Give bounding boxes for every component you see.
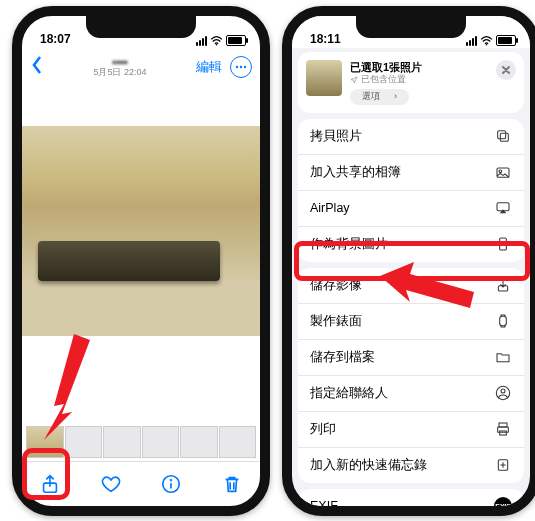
svg-point-12 [499,170,502,173]
location-icon [350,76,358,84]
action-airplay[interactable]: AirPlay [298,190,524,226]
contact-icon [494,384,512,402]
thumbnail[interactable] [103,426,141,458]
action-label: EXIF [310,499,338,513]
battery-icon [496,35,516,46]
action-files[interactable]: 儲存到檔案 [298,339,524,375]
action-quicknote[interactable]: 加入新的快速備忘錄 [298,447,524,483]
sheet-header: 已選取1張照片 已包含位置 選項› [298,52,524,113]
files-icon [494,348,512,366]
thumbnail[interactable] [142,426,180,458]
signal-icon [196,36,207,46]
svg-point-8 [486,43,488,45]
photo-subject [38,241,220,281]
chevron-right-icon: › [388,90,403,104]
header-thumbnail [306,60,342,96]
actions-group-2: 儲存影像製作錶面儲存到檔案指定給聯絡人列印加入新的快速備忘錄 [298,268,524,483]
action-label: 製作錶面 [310,313,362,330]
action-watch-face[interactable]: 製作錶面 [298,303,524,339]
save-image-icon [494,276,512,294]
info-button[interactable] [159,472,183,496]
action-label: 儲存影像 [310,277,362,294]
share-sheet: 已選取1張照片 已包含位置 選項› 拷貝照片加入共享的相簿AirPlay作為背景… [292,52,530,516]
action-contact[interactable]: 指定給聯絡人 [298,375,524,411]
wallpaper-icon [494,235,512,253]
action-shared-album[interactable]: 加入共享的相簿 [298,154,524,190]
action-label: 列印 [310,421,336,438]
action-save-image[interactable]: 儲存影像 [298,268,524,303]
notch [356,16,466,38]
action-label: 儲存到檔案 [310,349,375,366]
actions-group-1: 拷貝照片加入共享的相簿AirPlay作為背景圖片 [298,119,524,262]
notch [86,16,196,38]
svg-rect-9 [500,134,508,142]
thumbnail[interactable] [219,426,257,458]
shared-album-icon [494,163,512,181]
action-exif-app[interactable]: EXIFEXIF [298,489,524,516]
svg-point-1 [236,66,238,68]
share-button[interactable] [38,472,62,496]
favorite-button[interactable] [99,472,123,496]
wifi-icon [210,36,223,46]
svg-point-2 [240,66,242,68]
svg-point-3 [244,66,246,68]
nav-subtitle: 5月5日 22:04 [93,68,146,78]
action-label: 作為背景圖片 [310,236,388,253]
svg-point-0 [216,43,218,45]
copy-icon [494,127,512,145]
quicknote-icon [494,456,512,474]
svg-rect-17 [500,317,507,326]
battery-icon [226,35,246,46]
svg-rect-20 [499,423,507,427]
trash-button[interactable] [220,472,244,496]
actions-group-3: EXIFEXIFCopy to PDF ExpertRun Script [298,489,524,516]
action-label: 加入新的快速備忘錄 [310,457,427,474]
action-wallpaper[interactable]: 作為背景圖片 [298,226,524,262]
clock: 18:11 [310,32,341,46]
phone-right: 18:11 已選取1張照片 已包含位置 選項› [282,6,535,516]
action-label: 加入共享的相簿 [310,164,401,181]
svg-point-7 [171,480,172,481]
svg-point-18 [501,389,505,393]
action-label: AirPlay [310,201,350,215]
svg-marker-14 [500,210,507,214]
signal-icon [466,36,477,46]
clock: 18:07 [40,32,71,46]
airplay-icon [494,199,512,217]
svg-rect-10 [498,131,506,139]
back-button[interactable] [30,55,44,79]
thumbnail[interactable] [26,426,64,458]
options-button[interactable]: 選項› [350,88,516,105]
sheet-title: 已選取1張照片 [350,60,516,74]
nav-title: •••• [93,56,146,68]
action-print[interactable]: 列印 [298,411,524,447]
action-label: 指定給聯絡人 [310,385,388,402]
thumbnail[interactable] [65,426,103,458]
edit-button[interactable]: 編輯 [196,58,222,76]
thumbnail[interactable] [180,426,218,458]
sheet-location: 已包含位置 [350,74,516,86]
thumbnail-strip[interactable] [22,426,260,458]
exif-app-icon: EXIF [494,497,512,515]
nav-bar: •••• 5月5日 22:04 編輯 [22,48,260,86]
print-icon [494,420,512,438]
photo-view[interactable] [22,126,260,336]
svg-rect-22 [500,431,507,435]
wifi-icon [480,36,493,46]
watch-face-icon [494,312,512,330]
more-button[interactable] [230,56,252,78]
status-icons [466,35,516,46]
action-label: 拷貝照片 [310,128,362,145]
phone-left: 18:07 •••• 5月5日 22:04 編輯 [12,6,270,516]
status-icons [196,35,246,46]
svg-rect-15 [500,238,507,250]
bottom-toolbar [22,461,260,506]
close-button[interactable] [496,60,516,80]
action-copy[interactable]: 拷貝照片 [298,119,524,154]
